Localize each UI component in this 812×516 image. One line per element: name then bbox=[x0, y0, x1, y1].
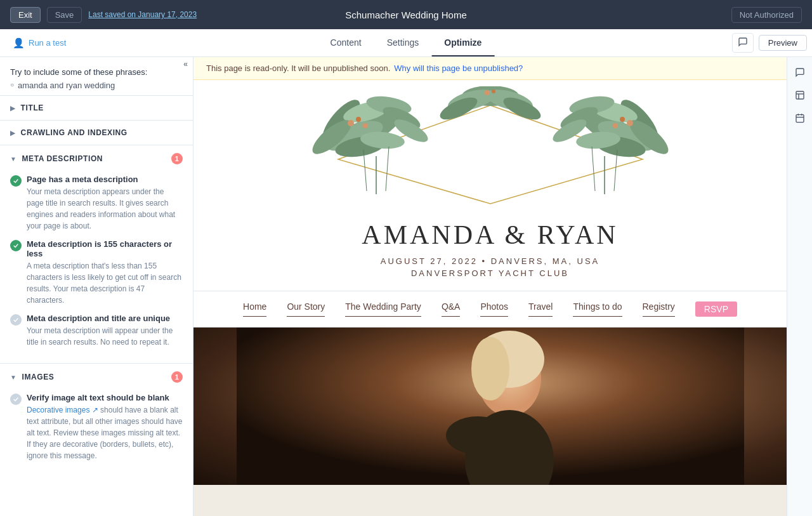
meta-check-2: Meta description is 155 characters or le… bbox=[10, 239, 183, 306]
meta-description-section: ▼ META DESCRIPTION 1 Page has a meta des… bbox=[0, 145, 193, 363]
crawling-chevron-right-icon: ▶ bbox=[10, 129, 16, 136]
last-saved-link[interactable]: Last saved on January 17, 2023 bbox=[88, 10, 197, 19]
person-photo bbox=[237, 327, 744, 485]
title-section: ▶ TITLE bbox=[0, 95, 193, 120]
not-authorized-button[interactable]: Not Authorized bbox=[731, 7, 802, 23]
floral-decoration bbox=[249, 86, 731, 213]
read-only-text: This page is read-only. It will be unpub… bbox=[206, 63, 390, 73]
person-icon: 👤 bbox=[13, 37, 25, 49]
nav-registry[interactable]: Registry bbox=[643, 301, 675, 317]
tab-optimize[interactable]: Optimize bbox=[431, 30, 494, 56]
nav-wedding-party[interactable]: The Wedding Party bbox=[345, 301, 421, 317]
meta-check-1: Page has a meta description Your meta de… bbox=[10, 175, 183, 232]
nav-travel[interactable]: Travel bbox=[528, 301, 553, 317]
svg-point-29 bbox=[613, 123, 618, 128]
tabs-right: Preview bbox=[732, 33, 812, 53]
svg-line-31 bbox=[614, 150, 617, 191]
svg-rect-50 bbox=[796, 115, 804, 122]
sidebar-collapse-button[interactable]: « bbox=[183, 60, 188, 69]
checkmark-icon-3 bbox=[13, 317, 19, 323]
images-check-1-desc: Decorative images ↗ should have a blank … bbox=[27, 404, 183, 461]
svg-point-28 bbox=[620, 117, 625, 122]
meta-badge: 1 bbox=[171, 153, 183, 164]
save-button[interactable]: Save bbox=[47, 7, 82, 23]
title-chevron-right-icon: ▶ bbox=[10, 105, 16, 112]
wedding-nav: Home Our Story The Wedding Party Q&A Pho… bbox=[193, 291, 787, 327]
top-bar-left: Exit Save Last saved on January 17, 2023 bbox=[10, 7, 197, 23]
chat-icon bbox=[738, 37, 748, 47]
svg-line-16 bbox=[386, 147, 389, 191]
wedding-title-section: AMANDA & RYAN AUGUST 27, 2022 • DANVERS,… bbox=[193, 213, 787, 291]
check-gray-icon-img bbox=[10, 394, 22, 405]
images-body: Verify image alt text should be blank De… bbox=[0, 390, 193, 477]
nav-things-to-do[interactable]: Things to do bbox=[573, 301, 622, 317]
page-title: Schumacher Wedding Home bbox=[345, 10, 466, 20]
top-bar: Exit Save Last saved on January 17, 2023… bbox=[0, 0, 812, 29]
svg-line-15 bbox=[363, 150, 367, 191]
checkmark-icon-2 bbox=[13, 242, 19, 249]
svg-point-39 bbox=[492, 89, 495, 93]
images-header-row: ▼ IMAGES bbox=[10, 373, 54, 381]
tab-content[interactable]: Content bbox=[318, 30, 374, 56]
title-section-header[interactable]: ▶ TITLE bbox=[0, 96, 193, 120]
chat-icon-button[interactable] bbox=[732, 33, 754, 53]
right-panel-chat-button[interactable] bbox=[790, 62, 810, 83]
svg-point-12 bbox=[356, 117, 361, 122]
meta-check-2-title: Meta description is 155 characters or le… bbox=[27, 239, 183, 258]
layout-icon bbox=[795, 90, 805, 100]
wedding-venue: DANVERSPORT YACHT CLUB bbox=[193, 268, 787, 278]
svg-point-46 bbox=[446, 416, 509, 454]
meta-description-body: Page has a meta description Your meta de… bbox=[0, 172, 193, 363]
crawling-section-label: CRAWLING AND INDEXING bbox=[21, 128, 128, 137]
crawling-header-row: ▶ CRAWLING AND INDEXING bbox=[10, 128, 128, 137]
meta-description-section-header[interactable]: ▼ META DESCRIPTION 1 bbox=[0, 145, 193, 172]
images-chevron-down-icon: ▼ bbox=[10, 374, 17, 381]
tabs-container: Content Settings Optimize bbox=[318, 30, 495, 56]
meta-chevron-down-icon: ▼ bbox=[10, 155, 17, 162]
top-bar-right: Not Authorized bbox=[731, 7, 802, 23]
images-section-header[interactable]: ▼ IMAGES 1 bbox=[0, 364, 193, 390]
phrase-label: Try to include some of these phrases: bbox=[10, 67, 183, 77]
read-only-bar: This page is read-only. It will be unpub… bbox=[193, 57, 787, 80]
meta-check-1-desc: Your meta description appears under the … bbox=[27, 186, 183, 232]
right-panel-calendar-button[interactable] bbox=[790, 108, 810, 128]
comment-icon bbox=[795, 67, 805, 77]
crawling-section-header[interactable]: ▶ CRAWLING AND INDEXING bbox=[0, 121, 193, 145]
images-check-1-title: Verify image alt text should be blank bbox=[27, 393, 183, 402]
nav-qa[interactable]: Q&A bbox=[442, 301, 461, 317]
title-header-row: ▶ TITLE bbox=[10, 103, 44, 112]
decorative-images-link[interactable]: Decorative images ↗ bbox=[27, 406, 98, 414]
calendar-icon bbox=[795, 113, 805, 123]
wedding-photo bbox=[193, 327, 787, 485]
nav-our-story[interactable]: Our Story bbox=[287, 301, 325, 317]
check-green-icon-2 bbox=[10, 240, 22, 251]
meta-check-3: Meta description and title are unique Yo… bbox=[10, 314, 183, 348]
nav-photos[interactable]: Photos bbox=[480, 301, 508, 317]
title-section-label: TITLE bbox=[21, 103, 44, 112]
unpublished-link[interactable]: Why will this page be unpublished? bbox=[394, 63, 523, 73]
meta-check-1-content: Page has a meta description Your meta de… bbox=[27, 175, 183, 232]
nav-home[interactable]: Home bbox=[243, 301, 266, 317]
check-gray-icon-3 bbox=[10, 314, 22, 326]
wedding-names: AMANDA & RYAN bbox=[193, 220, 787, 250]
wedding-date: AUGUST 27, 2022 • DANVERS, MA, USA bbox=[193, 256, 787, 266]
right-panel-layout-button[interactable] bbox=[790, 85, 810, 105]
meta-check-1-title: Page has a meta description bbox=[27, 175, 183, 184]
preview-button[interactable]: Preview bbox=[759, 35, 807, 51]
meta-check-3-content: Meta description and title are unique Yo… bbox=[27, 314, 183, 348]
meta-check-3-desc: Your meta description will appear under … bbox=[27, 325, 183, 348]
run-test-button[interactable]: 👤 Run a test bbox=[0, 37, 79, 49]
images-check-1-content: Verify image alt text should be blank De… bbox=[27, 393, 183, 461]
svg-rect-47 bbox=[796, 91, 804, 99]
photo-overlay bbox=[193, 327, 787, 485]
svg-point-11 bbox=[348, 120, 354, 126]
tab-settings[interactable]: Settings bbox=[374, 30, 432, 56]
images-check-1: Verify image alt text should be blank De… bbox=[10, 393, 183, 461]
floral-header bbox=[193, 80, 787, 213]
collapse-icon: « bbox=[183, 60, 188, 69]
nav-rsvp[interactable]: RSVP bbox=[695, 301, 737, 317]
images-section-label: IMAGES bbox=[22, 373, 55, 381]
sidebar: « Try to include some of these phrases: … bbox=[0, 57, 193, 516]
exit-button[interactable]: Exit bbox=[10, 7, 41, 23]
run-test-label: Run a test bbox=[29, 38, 66, 48]
